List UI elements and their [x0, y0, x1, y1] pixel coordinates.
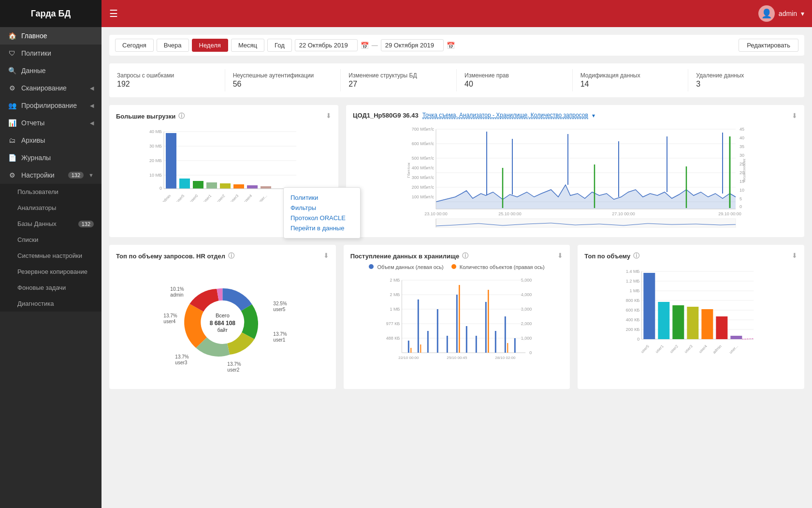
stat-errors: Запросы с ошибками 192	[109, 69, 225, 91]
sidebar-item-reports[interactable]: 📊 Отчеты ◀	[0, 114, 102, 132]
storage-legend: Объем данных (левая ось) Количество объе…	[350, 264, 564, 270]
svg-text:user4: user4	[698, 344, 709, 354]
sidebar-item-databases[interactable]: Базы Данных 132	[0, 216, 102, 232]
svg-text:user2: user2	[669, 344, 680, 354]
svg-text:29.10 00:00: 29.10 00:00	[718, 211, 741, 216]
svg-text:600 КБ: 600 КБ	[626, 308, 640, 313]
avatar: 👤	[758, 5, 775, 22]
chart-hr-donut: Топ по объему запросов. HR отдел ⓘ ⬇	[109, 245, 336, 389]
tab-month[interactable]: Месяц	[231, 39, 264, 52]
chart-storage: Поступление данных в хранилище ⓘ ⬇ Объем…	[344, 245, 570, 389]
svg-text:10: 10	[740, 188, 744, 193]
popup-item-oracle[interactable]: Протокол ORACLE	[290, 213, 353, 223]
sidebar-item-scanning[interactable]: ⚙ Сканирование ◀	[0, 79, 102, 97]
shield-icon: 🛡	[8, 49, 16, 57]
svg-text:user3: user3	[684, 344, 694, 354]
chevron-left-icon2: ◀	[90, 103, 94, 109]
gear-icon: ⚙	[8, 171, 16, 179]
svg-text:admin: admin	[170, 292, 183, 298]
info-icon-uploads[interactable]: ⓘ	[178, 112, 185, 120]
download-icon-ts[interactable]: ⬇	[792, 112, 798, 120]
popup-item-filters[interactable]: Фильтры	[290, 203, 353, 213]
sidebar-item-diagnostics[interactable]: Диагностика	[0, 296, 102, 312]
download-icon-storage[interactable]: ⬇	[557, 252, 563, 259]
sidebar-item-analyzers[interactable]: Анализаторы	[0, 200, 102, 216]
svg-text:488 КБ: 488 КБ	[386, 336, 400, 341]
download-icon-top-vol[interactable]: ⬇	[792, 252, 798, 259]
svg-text:800 КБ: 800 КБ	[626, 298, 640, 303]
sidebar-item-journals[interactable]: 📄 Журналы	[0, 149, 102, 166]
svg-text:user3: user3	[175, 360, 187, 365]
info-icon-hr[interactable]: ⓘ	[228, 252, 234, 260]
sidebar-item-backup[interactable]: Резервное копирование	[0, 264, 102, 280]
content-area: Сегодня Вчера Неделя Месяц Год 📅 — 📅 Ред…	[102, 27, 812, 508]
svg-text:700 Мбит/с: 700 Мбит/с	[412, 127, 435, 132]
context-popup: Политики Фильтры Протокол ORACLE Перейти…	[283, 187, 361, 239]
svg-text:2 МБ: 2 МБ	[390, 292, 400, 297]
ts-dropdown-icon[interactable]: ▾	[592, 112, 595, 119]
tab-year[interactable]: Год	[267, 39, 292, 52]
sidebar-item-background[interactable]: Фоновые задачи	[0, 280, 102, 296]
svg-rect-70	[436, 219, 736, 227]
svg-text:100 Мбит/с: 100 Мбит/с	[412, 194, 435, 199]
sidebar-item-data[interactable]: 🔍 Данные	[0, 62, 102, 79]
popup-item-policies[interactable]: Политики	[290, 193, 353, 203]
svg-text:user5: user5	[175, 194, 186, 202]
info-icon-storage[interactable]: ⓘ	[462, 252, 468, 260]
svg-text:35: 35	[740, 144, 744, 149]
svg-text:user0: user0	[189, 194, 199, 202]
tab-today[interactable]: Сегодня	[115, 39, 154, 52]
chart-hr-title: Топ по объему запросов. HR отдел ⓘ	[116, 252, 329, 260]
svg-text:13.7%: 13.7%	[163, 313, 177, 318]
svg-rect-10	[166, 133, 176, 189]
date-to-input[interactable]	[381, 39, 444, 51]
legend-dot-objects	[451, 264, 456, 269]
header: ☰ 👤 admin ▾	[102, 0, 812, 27]
date-from-input[interactable]	[295, 39, 358, 51]
info-icon-top-vol[interactable]: ⓘ	[633, 252, 639, 260]
ts-chart-title: ЦОД1_Hp580G9 36.43 Точка съема, Анализат…	[353, 112, 798, 119]
legend-volume: Объем данных (левая ось)	[369, 264, 443, 270]
stat-data-mod: Модификация данных 14	[573, 69, 689, 91]
ts-chart-subtitle-link[interactable]: Точка съема, Анализатор - Хранилище, Кол…	[422, 112, 588, 119]
calendar-to-icon[interactable]: 📅	[447, 42, 455, 49]
sidebar-label-reports: Отчеты	[21, 119, 85, 127]
sidebar-label-archives: Архивы	[21, 136, 94, 144]
sidebar-item-policies[interactable]: 🛡 Политики	[0, 45, 102, 62]
stat-auth-fail: Неуспешные аутентификации 56	[225, 69, 341, 91]
search-icon: 🔍	[8, 67, 16, 75]
svg-rect-14	[220, 183, 231, 189]
settings-badge: 132	[68, 172, 84, 179]
legend-objects: Количество объектов (правая ось)	[451, 264, 545, 270]
sidebar-item-system[interactable]: Системные настройки	[0, 248, 102, 264]
storage-svg-chart: 2 МБ 2 МБ 1 МБ 977 КБ 488 КБ 5,000 4,000…	[350, 273, 564, 370]
toolbar: Сегодня Вчера Неделя Месяц Год 📅 — 📅 Ред…	[109, 35, 804, 56]
hamburger-menu[interactable]: ☰	[109, 8, 118, 19]
svg-rect-152	[716, 316, 728, 339]
svg-rect-148	[658, 302, 670, 339]
sidebar-item-users[interactable]: Пользователи	[0, 184, 102, 200]
svg-rect-16	[247, 185, 258, 189]
timeseries-svg-chart: 700 Мбит/с 600 Мбит/с 500 Мбит/с 400 Мби…	[353, 122, 798, 228]
user-menu[interactable]: 👤 admin ▾	[758, 5, 804, 22]
svg-text:user2: user2	[227, 367, 239, 373]
popup-item-goto-data[interactable]: Перейти в данные	[290, 223, 353, 233]
calendar-from-icon[interactable]: 📅	[361, 42, 369, 49]
svg-text:0: 0	[529, 350, 532, 355]
tab-week[interactable]: Неделя	[192, 39, 228, 52]
svg-text:28/10 02:00: 28/10 02:00	[495, 356, 516, 360]
svg-text:13.7%: 13.7%	[273, 331, 287, 337]
sidebar-item-settings[interactable]: ⚙ Настройки 132 ▼	[0, 166, 102, 184]
download-icon-uploads[interactable]: ⬇	[326, 112, 332, 120]
sidebar-item-lists[interactable]: Списки	[0, 232, 102, 248]
tab-yesterday[interactable]: Вчера	[157, 39, 189, 52]
edit-button[interactable]: Редактировать	[739, 39, 798, 52]
stats-row: Запросы с ошибками 192 Неуспешные аутент…	[109, 63, 804, 97]
sidebar-item-profiling[interactable]: 👥 Профилирование ◀	[0, 97, 102, 114]
sidebar-item-archives[interactable]: 🗂 Архивы	[0, 132, 102, 149]
svg-text:1.2 МБ: 1.2 МБ	[626, 279, 640, 284]
svg-text:200 Мбит/с: 200 Мбит/с	[412, 185, 435, 190]
download-icon-hr[interactable]: ⬇	[323, 252, 329, 259]
sidebar-item-home[interactable]: 🏠 Главное	[0, 27, 102, 45]
sidebar-label-settings: Настройки	[21, 171, 63, 179]
